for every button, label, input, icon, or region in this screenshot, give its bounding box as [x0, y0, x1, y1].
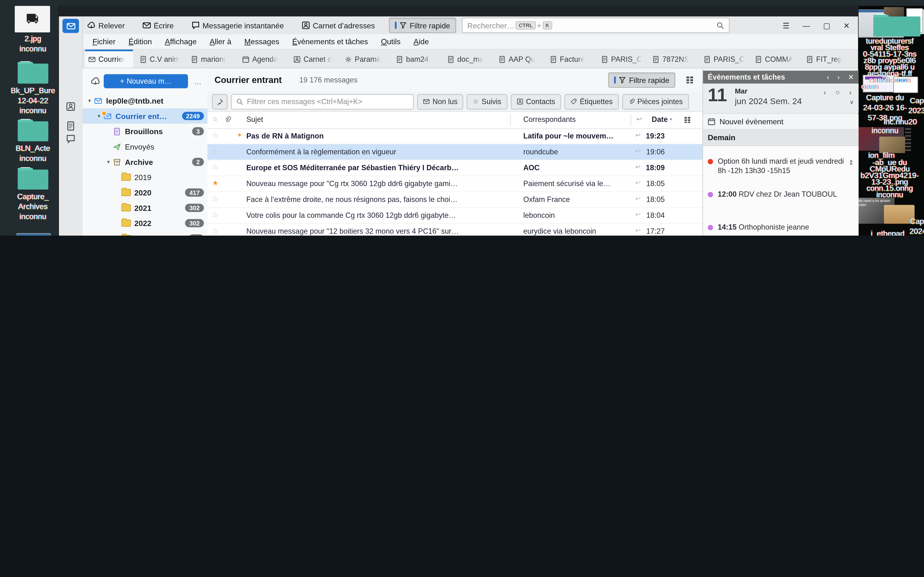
menu-Messages[interactable]: Messages — [239, 36, 284, 47]
tab-bam24.[interactable]: bam24. — [393, 51, 441, 68]
column-subject[interactable]: Sujet — [246, 115, 263, 124]
quick-filter-button[interactable]: Filtre rapide — [608, 73, 675, 88]
column-date[interactable]: Date ^ — [652, 115, 672, 124]
today-prev-icon[interactable]: ‹ — [827, 73, 829, 81]
menu-Outils[interactable]: Outils — [376, 36, 406, 47]
tab-COMMA[interactable]: COMMA — [751, 51, 800, 68]
star-icon[interactable]: ★ — [212, 179, 218, 187]
menu-Édition[interactable]: Édition — [123, 36, 157, 47]
menu-Affichage[interactable]: Affichage — [160, 36, 202, 47]
message-row[interactable]: ☆Face à l’extrême droite, ne nous résign… — [207, 192, 703, 208]
folder-row-2019[interactable]: 2019 — [82, 169, 207, 185]
sticky-pin-button[interactable] — [212, 94, 228, 110]
event-item[interactable]: 12:00 RDV chez Dr Jean TOUBOUL — [708, 190, 854, 199]
quick-filter-toggle[interactable]: Filtre rapide — [389, 18, 456, 33]
star-icon[interactable]: ☆ — [212, 147, 218, 155]
filter-messages-input[interactable]: Filtrer ces messages <Ctrl+Maj+K> — [231, 94, 414, 110]
tab-PARIS_C[interactable]: PARIS_C — [700, 51, 748, 68]
close-button[interactable]: ✕ — [843, 21, 850, 30]
filter-contacts-button[interactable]: Contacts — [510, 94, 561, 110]
filter-starred-button[interactable]: ☆ Suivis — [467, 94, 507, 110]
space-chat-icon[interactable] — [66, 134, 75, 143]
today-close-icon[interactable]: ✕ — [848, 73, 854, 81]
star-icon[interactable]: ☆ — [212, 227, 218, 235]
menu-Aller à[interactable]: Aller à — [204, 36, 236, 47]
desktop-file-thumbnail[interactable]: ⛟ — [15, 6, 50, 32]
folder-row-Archive[interactable]: ▾Archive2 — [82, 154, 207, 170]
filter-attachments-button[interactable]: Pièces jointes — [622, 94, 689, 110]
attachment-column-icon[interactable] — [224, 116, 231, 123]
folder-row-Brouillons[interactable]: Brouillons3 — [82, 124, 207, 139]
date-today-icon[interactable]: ○ — [835, 88, 840, 97]
space-address-book-icon[interactable] — [66, 102, 75, 111]
star-icon[interactable]: ☆ — [212, 195, 218, 203]
folder-pane-options-icon[interactable]: … — [192, 77, 204, 86]
tab-doc_ma[interactable]: doc_ma — [444, 51, 492, 68]
star-icon[interactable]: ☆ — [212, 211, 218, 219]
date-chevron-icon[interactable]: ∨ — [850, 99, 854, 105]
folder-row-2023[interactable]: 202315 — [82, 231, 207, 235]
window-titlebar[interactable] — [59, 6, 858, 16]
write-button[interactable]: Écrire — [138, 18, 179, 33]
desktop-folder-icon[interactable] — [18, 169, 48, 189]
tab-Courrier[interactable]: Courrier — [85, 50, 133, 68]
replied-column-icon[interactable]: ↩ — [636, 115, 642, 123]
message-row[interactable]: ☆Nouveau message pour "12 boitiers 32 mo… — [207, 224, 703, 235]
message-row[interactable]: ★Nouveau message pour "Cg rtx 3060 12gb … — [207, 176, 703, 192]
menu-Évènements et tâches[interactable]: Évènements et tâches — [287, 36, 373, 47]
new-event-row[interactable]: Nouvel évènement — [703, 114, 859, 130]
message-row[interactable]: ☆✦Pas de RN à MatignonLatifa pour ~le mo… — [207, 128, 703, 144]
folder-row-2022[interactable]: 2022302 — [82, 215, 207, 231]
tab-7872NS[interactable]: 7872NS — [649, 51, 697, 68]
column-picker-icon[interactable] — [683, 116, 691, 124]
folder-row-2021[interactable]: 2021302 — [82, 200, 207, 216]
filter-tags-button[interactable]: Étiquettes — [564, 94, 619, 110]
menu-Fichier[interactable]: Fichier — [87, 36, 121, 47]
desktop-folder-icon[interactable] — [18, 63, 48, 84]
get-messages-button[interactable]: Relever — [82, 18, 129, 33]
tab-AAP Qu[interactable]: AAP Qu — [495, 51, 543, 68]
message-row[interactable]: ☆Conformément à la règlementation en vig… — [207, 144, 703, 160]
date-prev-icon[interactable]: ‹ — [824, 88, 826, 97]
message-list-display-options-icon[interactable] — [685, 75, 694, 84]
tab-Agenda[interactable]: Agenda — [239, 51, 287, 68]
star-icon[interactable]: ☆ — [212, 163, 218, 171]
menu-Aide[interactable]: Aide — [408, 36, 435, 47]
space-tasks-icon[interactable] — [66, 121, 75, 131]
get-mail-cloud-icon[interactable] — [91, 76, 100, 86]
address-book-button[interactable]: Carnet d’adresses — [297, 18, 380, 33]
desktop-folder-icon[interactable] — [18, 121, 48, 141]
tab-Facture[interactable]: Facture — [546, 51, 594, 68]
message-row[interactable]: ☆Votre colis pour la commande Cg rtx 306… — [207, 208, 703, 224]
maximize-button[interactable]: ▢ — [823, 21, 830, 30]
tab-FIT_rep[interactable]: FIT_rep — [803, 51, 851, 68]
chevron-icon[interactable]: ▾ — [105, 159, 112, 165]
date-next-icon[interactable]: › — [849, 88, 851, 97]
desktop-right-thumbnail[interactable] — [873, 16, 921, 37]
message-row[interactable]: ☆Europe et SOS Méditerranée par Sébastie… — [207, 160, 703, 176]
event-item[interactable]: 14:15 Orthophoniste jeanne — [708, 222, 854, 232]
tab-C.V anim[interactable]: C.V anim — [136, 51, 184, 68]
minimize-button[interactable]: — — [803, 21, 810, 30]
chevron-icon[interactable]: ▾ — [86, 98, 93, 104]
star-column-icon[interactable]: ☆ — [212, 115, 218, 123]
today-next-icon[interactable]: › — [837, 73, 840, 81]
star-icon[interactable]: ☆ — [212, 131, 218, 139]
chat-button[interactable]: Messagerie instantanée — [187, 18, 289, 33]
space-mail-active[interactable] — [63, 19, 79, 33]
folder-row-Courrier ent…[interactable]: ▾Courrier ent…2249 — [82, 108, 207, 124]
column-correspondents[interactable]: Correspondants — [523, 115, 576, 124]
new-message-button[interactable]: + Nouveau m… — [104, 74, 188, 89]
desktop-screenshot-thumbnail[interactable] — [16, 233, 51, 235]
folder-row-Envoyés[interactable]: Envoyés — [82, 139, 207, 154]
tab-Carnet d[interactable]: Carnet d — [290, 51, 338, 68]
tab-Paramè[interactable]: Paramè — [341, 51, 389, 68]
tab-PARIS_C[interactable]: PARIS_C — [598, 51, 646, 68]
app-menu-button[interactable]: ☰ — [783, 21, 790, 30]
filter-unread-button[interactable]: Non lus — [417, 94, 464, 110]
global-search-input[interactable]: Rechercher… CTRL + K — [462, 18, 730, 33]
tab-marion([interactable]: marion( — [187, 51, 236, 68]
event-item[interactable]: Option 6h lundi mardi et jeudi vendredi … — [708, 156, 854, 175]
folder-row-lep0le@tntb.net[interactable]: ▾lep0le@tntb.net — [82, 93, 207, 108]
folder-row-2020[interactable]: 2020417 — [82, 185, 207, 200]
